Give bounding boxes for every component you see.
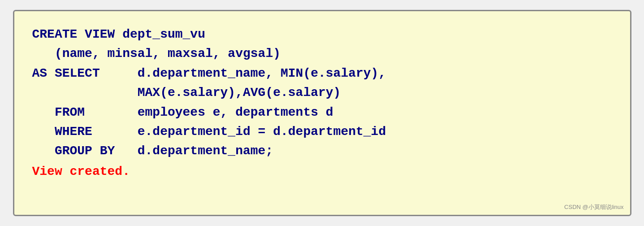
- code-container: CREATE VIEW dept_sum_vu (name, minsal, m…: [13, 10, 631, 216]
- code-line-7: GROUP BY d.department_name;: [32, 144, 273, 158]
- watermark-text: CSDN @小莫细说linux: [564, 203, 623, 211]
- code-line-3: AS SELECT d.department_name, MIN(e.salar…: [32, 66, 386, 80]
- result-message: View created.: [32, 165, 612, 178]
- sql-code: CREATE VIEW dept_sum_vu (name, minsal, m…: [32, 25, 612, 161]
- code-line-2: (name, minsal, maxsal, avgsal): [32, 47, 281, 61]
- code-line-1: CREATE VIEW dept_sum_vu: [32, 27, 205, 41]
- code-line-5: FROM employees e, departments d: [32, 105, 333, 119]
- code-line-6: WHERE e.department_id = d.department_id: [32, 125, 386, 139]
- code-line-4: MAX(e.salary),AVG(e.salary): [32, 86, 341, 100]
